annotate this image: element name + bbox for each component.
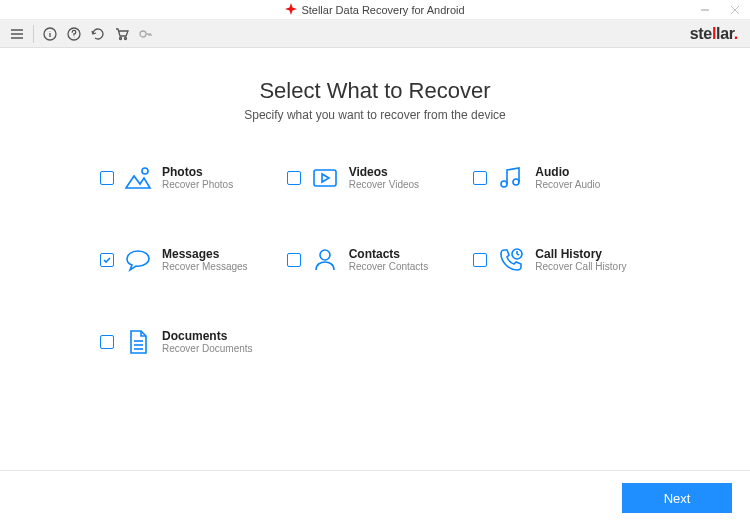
minimize-button[interactable]	[690, 0, 720, 19]
option-subtitle: Recover Messages	[162, 261, 248, 273]
option-text: Contacts Recover Contacts	[349, 247, 428, 273]
option-photos[interactable]: Photos Recover Photos	[100, 162, 277, 194]
option-title: Audio	[535, 165, 600, 179]
toolbar: stellar.	[0, 20, 750, 48]
option-messages[interactable]: Messages Recover Messages	[100, 244, 277, 276]
cart-icon[interactable]	[111, 23, 133, 45]
checkbox-callhistory[interactable]	[473, 253, 487, 267]
checkbox-audio[interactable]	[473, 171, 487, 185]
svg-point-12	[125, 37, 127, 39]
checkbox-contacts[interactable]	[287, 253, 301, 267]
heading: Select What to Recover Specify what you …	[40, 78, 710, 122]
option-audio[interactable]: Audio Recover Audio	[473, 162, 650, 194]
footer: Next	[0, 470, 750, 525]
messages-icon	[122, 244, 154, 276]
app-icon	[285, 3, 297, 17]
option-text: Photos Recover Photos	[162, 165, 233, 191]
page-title: Select What to Recover	[40, 78, 710, 104]
titlebar-title: Stellar Data Recovery for Android	[301, 4, 464, 16]
svg-point-21	[501, 181, 507, 187]
option-text: Call History Recover Call History	[535, 247, 626, 273]
svg-point-18	[142, 168, 148, 174]
menu-icon[interactable]	[6, 23, 28, 45]
option-title: Contacts	[349, 247, 428, 261]
titlebar: Stellar Data Recovery for Android	[0, 0, 750, 20]
contacts-icon	[309, 244, 341, 276]
option-title: Documents	[162, 329, 253, 343]
option-title: Photos	[162, 165, 233, 179]
svg-marker-20	[322, 174, 329, 182]
option-documents[interactable]: Documents Recover Documents	[100, 326, 277, 358]
audio-icon	[495, 162, 527, 194]
svg-marker-17	[126, 176, 150, 188]
option-text: Documents Recover Documents	[162, 329, 253, 355]
option-subtitle: Recover Contacts	[349, 261, 428, 273]
option-subtitle: Recover Audio	[535, 179, 600, 191]
window-controls	[690, 0, 750, 19]
help-icon[interactable]	[63, 23, 85, 45]
svg-point-23	[320, 250, 330, 260]
svg-point-22	[513, 179, 519, 185]
checkbox-documents[interactable]	[100, 335, 114, 349]
option-contacts[interactable]: Contacts Recover Contacts	[287, 244, 464, 276]
key-icon[interactable]	[135, 23, 157, 45]
brand-logo: stellar.	[690, 25, 744, 43]
page-subtitle: Specify what you want to recover from th…	[40, 108, 710, 122]
photos-icon	[122, 162, 154, 194]
separator	[33, 25, 34, 43]
option-title: Messages	[162, 247, 248, 261]
checkbox-messages[interactable]	[100, 253, 114, 267]
toolbar-left	[6, 23, 157, 45]
close-button[interactable]	[720, 0, 750, 19]
option-text: Audio Recover Audio	[535, 165, 600, 191]
svg-rect-19	[314, 170, 336, 186]
option-subtitle: Recover Documents	[162, 343, 253, 355]
checkbox-videos[interactable]	[287, 171, 301, 185]
option-title: Call History	[535, 247, 626, 261]
documents-icon	[122, 326, 154, 358]
main-content: Select What to Recover Specify what you …	[0, 48, 750, 470]
option-subtitle: Recover Photos	[162, 179, 233, 191]
info-icon[interactable]	[39, 23, 61, 45]
svg-point-13	[140, 31, 146, 37]
next-button[interactable]: Next	[622, 483, 732, 513]
option-title: Videos	[349, 165, 419, 179]
option-callhistory[interactable]: Call History Recover Call History	[473, 244, 650, 276]
options-grid: Photos Recover Photos Videos Recover Vid…	[40, 162, 710, 358]
checkbox-photos[interactable]	[100, 171, 114, 185]
refresh-icon[interactable]	[87, 23, 109, 45]
option-text: Videos Recover Videos	[349, 165, 419, 191]
videos-icon	[309, 162, 341, 194]
option-subtitle: Recover Call History	[535, 261, 626, 273]
option-text: Messages Recover Messages	[162, 247, 248, 273]
option-subtitle: Recover Videos	[349, 179, 419, 191]
callhistory-icon	[495, 244, 527, 276]
svg-point-11	[120, 37, 122, 39]
svg-line-26	[517, 254, 519, 255]
option-videos[interactable]: Videos Recover Videos	[287, 162, 464, 194]
